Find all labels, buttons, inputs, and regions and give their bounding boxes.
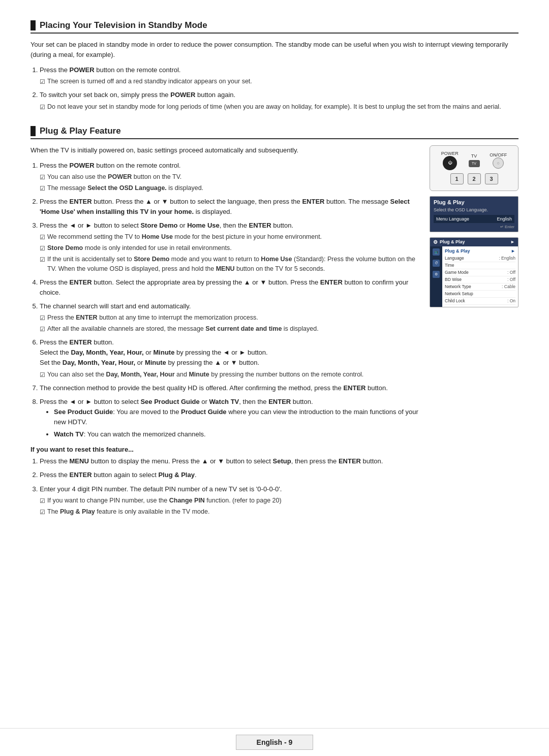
setup-menu-header: ⚙ Plug & Play ► <box>430 238 518 246</box>
note-icon-9: ☑ <box>40 325 45 334</box>
bottom-bar: English - 9 <box>0 728 549 756</box>
reset-step-3: Enter your 4 digit PIN number. The defau… <box>40 484 420 517</box>
tv-button-icon: TV <box>469 160 480 167</box>
bullet-see-product-guide: See Product Guide: You are moved to the … <box>54 407 420 427</box>
pp-step-5: The channel search will start and end au… <box>40 301 420 334</box>
remote-num-3: 3 <box>485 173 498 184</box>
note-icon-3: ☑ <box>40 173 45 182</box>
setup-menu-diagram: ⚙ Plug & Play ► 📺 ⏱ ⚙ Plug & Play ► <box>430 237 518 307</box>
setup-item-label-game: Game Mode <box>445 270 469 275</box>
pp-step-6-note1: ☑ You can also set the Day, Month, Year,… <box>40 370 420 380</box>
setup-arrow-icon: ► <box>510 239 515 244</box>
remote-num-2: 2 <box>468 173 481 184</box>
remote-numbers-row: 1 2 3 <box>436 173 512 184</box>
plug-play-section: Plug & Play Feature When the TV is initi… <box>30 126 518 521</box>
osd-row-value: English <box>497 216 512 222</box>
pp-step-1-note1: ☑ You can also use the POWER button on t… <box>40 172 420 182</box>
pp-step-2: Press the ENTER button. Press the ▲ or ▼… <box>40 197 420 217</box>
remote-num-1: 1 <box>450 173 464 184</box>
pp-step-4: Press the ENTER button. Select the appro… <box>40 277 420 298</box>
pp-step-8: Press the ◄ or ► button to select See Pr… <box>40 397 420 440</box>
setup-sidebar-icon-3: ⚙ <box>433 271 440 278</box>
setup-item-time: Time <box>445 262 515 269</box>
standby-step-1: Press the POWER button on the remote con… <box>40 65 518 86</box>
setup-item-label-nettype: Network Type <box>445 284 471 289</box>
setup-menu-body: 📺 ⏱ ⚙ Plug & Play ► Language : English <box>430 246 518 307</box>
note-icon-10: ☑ <box>40 370 45 380</box>
setup-menu-title: Plug & Play <box>440 239 465 244</box>
osd-row-label: Menu Language <box>436 216 469 222</box>
plug-play-wrapper: When the TV is initially powered on, bas… <box>30 145 518 521</box>
english-page-badge: English - 9 <box>236 735 314 750</box>
reset-title: If you want to reset this feature... <box>30 446 420 453</box>
osd-enter-hint: ↵ Enter <box>434 225 514 229</box>
note-icon-2: ☑ <box>40 103 45 112</box>
note-icon: ☑ <box>40 77 45 86</box>
osd-language-row: Menu Language English <box>434 215 514 223</box>
tv-label: TV <box>469 153 480 159</box>
pp-step-5-note1: ☑ Press the ENTER button at any time to … <box>40 313 420 323</box>
reset-steps-list: Press the MENU button to display the men… <box>40 456 420 516</box>
pp-step-5-note2: ☑ After all the available channels are s… <box>40 324 420 334</box>
reset-step-1: Press the MENU button to display the men… <box>40 456 420 466</box>
setup-plug-play-label: Plug & Play <box>445 248 470 254</box>
setup-item-label-bd: BD Wise <box>445 277 462 282</box>
plug-play-title-text: Plug & Play Feature <box>40 126 121 136</box>
note-icon-5: ☑ <box>40 233 45 242</box>
plug-play-content: When the TV is initially powered on, bas… <box>30 145 420 521</box>
pp-step-3-note3: ☑ If the unit is accidentally set to Sto… <box>40 255 420 274</box>
setup-item-value-bd: : Off <box>507 277 515 282</box>
note-icon-4: ☑ <box>40 184 45 193</box>
osd-menu-title: Plug & Play <box>434 199 514 205</box>
reset-section: If you want to reset this feature... Pre… <box>30 446 420 516</box>
standby-title-text: Placing Your Television in Standby Mode <box>40 20 207 30</box>
setup-item-childlock: Child Lock : On <box>445 298 515 305</box>
setup-sidebar-icon-2: ⏱ <box>433 260 440 267</box>
setup-item-label-netsetup: Network Setup <box>445 291 473 296</box>
onoff-button-icon: ○ <box>493 158 504 169</box>
setup-item-label-child: Child Lock <box>445 298 465 303</box>
standby-step-1-note1: ☑ The screen is turned off and a red sta… <box>40 77 518 86</box>
setup-item-language: Language : English <box>445 255 515 262</box>
note-icon-11: ☑ <box>40 496 45 506</box>
pp-step-3-note1: ☑ We recommend setting the TV to Home Us… <box>40 232 420 242</box>
setup-item-value: : English <box>499 256 515 261</box>
pp-step-1-note2: ☑ The message Select the OSD Language. i… <box>40 183 420 193</box>
setup-item-gamemode: Game Mode : Off <box>445 269 515 276</box>
setup-icon: ⚙ <box>433 239 438 245</box>
pp-step-8-bullets: See Product Guide: You are moved to the … <box>54 407 420 439</box>
setup-item-value-game: : Off <box>507 270 515 275</box>
reset-step-3-note2: ☑ The Plug & Play feature is only availa… <box>40 507 420 517</box>
setup-item-label-time: Time <box>445 263 454 268</box>
tv-group: TV TV <box>469 153 480 167</box>
pp-step-3: Press the ◄ or ► button to select Store … <box>40 220 420 274</box>
onoff-label: ON/OFF <box>490 152 507 158</box>
power-label: POWER <box>441 151 459 156</box>
standby-steps-list: Press the POWER button on the remote con… <box>40 65 518 111</box>
standby-section: Placing Your Television in Standby Mode … <box>30 20 518 112</box>
power-group: POWER ⏻ <box>441 151 459 170</box>
remote-top-diagram: POWER ⏻ TV TV ON/OFF ○ 1 <box>430 145 518 191</box>
setup-item-value-child: : On <box>507 298 515 303</box>
note-icon-7: ☑ <box>40 255 45 264</box>
note-icon-6: ☑ <box>40 244 45 253</box>
standby-step-2-note1: ☑ Do not leave your set in standby mode … <box>40 102 518 112</box>
reset-step-3-note1: ☑ If you want to change PIN number, use … <box>40 496 420 506</box>
pp-step-1: Press the POWER button on the remote con… <box>40 161 420 193</box>
standby-section-title: Placing Your Television in Standby Mode <box>30 20 518 34</box>
osd-menu-subtitle: Select the OSD Language. <box>434 207 514 212</box>
setup-sidebar: 📺 ⏱ ⚙ <box>430 246 442 307</box>
setup-menu-items: Plug & Play ► Language : English Time <box>442 246 518 307</box>
setup-item-label: Language <box>445 256 464 261</box>
setup-item-networksetup: Network Setup <box>445 291 515 298</box>
setup-plug-play-arrow: ► <box>511 248 515 254</box>
onoff-group: ON/OFF ○ <box>490 152 507 169</box>
power-button-icon: ⏻ <box>443 156 457 170</box>
osd-menu-diagram: Plug & Play Select the OSD Language. Men… <box>430 196 518 232</box>
plug-play-section-title: Plug & Play Feature <box>30 126 518 139</box>
note-icon-8: ☑ <box>40 313 45 323</box>
standby-step-2: To switch your set back on, simply press… <box>40 90 518 111</box>
standby-intro: Your set can be placed in standby mode i… <box>30 40 518 60</box>
pp-step-7: The connection method to provide the bes… <box>40 383 420 393</box>
pp-step-6: Press the ENTER button. Select the Day, … <box>40 337 420 379</box>
